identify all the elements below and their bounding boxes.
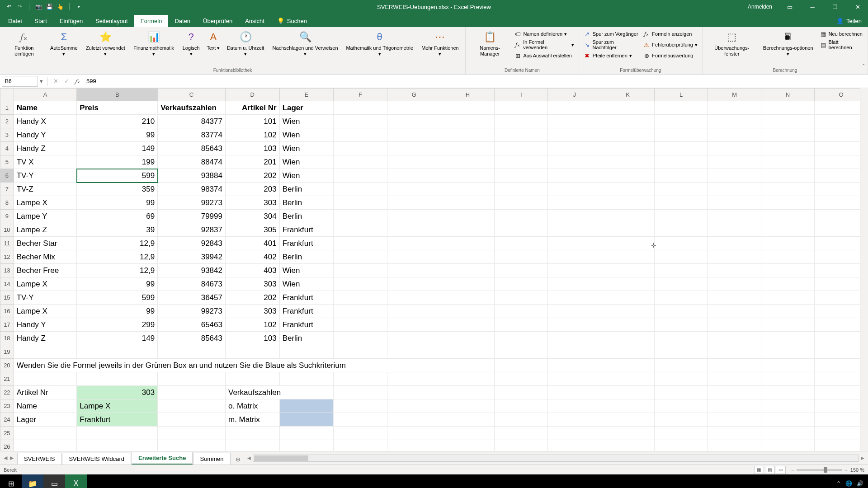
cell[interactable]: 403 [225,264,279,277]
tab-formulas[interactable]: Formeln [134,15,169,27]
cell[interactable]: 149 [77,142,158,155]
cell[interactable]: Becher Mix [14,250,77,264]
name-box[interactable]: B6 [2,76,38,87]
cell[interactable] [279,413,334,427]
cell[interactable]: 39942 [158,250,226,264]
cell[interactable]: Artikel Nr [225,101,279,115]
cell[interactable]: TV-Z [14,183,77,196]
cell[interactable]: 303 [225,277,279,291]
sheet-tab[interactable]: Summen [193,453,230,465]
cell[interactable]: Lampe X [77,399,158,413]
logical-button[interactable]: ?Logisch ▾ [179,29,203,58]
cell[interactable]: 36457 [158,291,226,305]
trace-dependents-button[interactable]: ↘Spur zum Nachfolger [582,40,641,50]
cell[interactable]: 85643 [158,332,226,345]
cell[interactable]: 69 [77,210,158,223]
col-header[interactable]: K [601,89,655,101]
use-in-formula-button[interactable]: 𝑓ₓIn Formel verwenden ▾ [512,40,576,50]
cell[interactable]: 359 [77,183,158,196]
cell[interactable]: 303 [77,386,158,399]
cell[interactable]: 402 [225,250,279,264]
tab-view[interactable]: Ansicht [239,15,271,27]
tab-file[interactable]: Datei [2,15,28,27]
cell[interactable]: TV-Y [14,291,77,305]
cell[interactable]: Berlin [279,210,334,223]
tab-data[interactable]: Daten [168,15,197,27]
row-header[interactable]: 6 [0,169,14,183]
cell[interactable]: 99 [77,277,158,291]
col-header[interactable]: G [387,89,441,101]
cell[interactable]: 149 [77,332,158,345]
col-header[interactable]: I [495,89,548,101]
cell[interactable] [279,399,334,413]
evaluate-formula-button[interactable]: ⊚Formelauswertung [641,51,699,61]
cell[interactable]: 202 [225,291,279,305]
cell[interactable]: Berlin [279,183,334,196]
show-formulas-button[interactable]: 𝑓ₓFormeln anzeigen [641,29,699,39]
maximize-button[interactable]: ☐ [825,0,845,14]
view-page-break-button[interactable]: ▭ [776,466,786,474]
cell[interactable]: 102 [225,128,279,142]
cell[interactable]: Name [14,101,77,115]
row-header[interactable]: 2 [0,115,14,128]
cell[interactable]: Handy X [14,115,77,128]
sheet-nav-prev-icon[interactable]: ◀ [4,455,7,461]
sheet-tab[interactable]: Erweiterte Suche [132,452,193,465]
cell[interactable]: Lager [14,413,77,427]
vertical-scrollbar[interactable] [860,88,868,451]
redo-icon[interactable]: ↷ [16,3,24,10]
col-header[interactable]: N [761,89,815,101]
cell[interactable]: m. Matrix [225,413,279,427]
cell[interactable]: 199 [77,155,158,169]
cell[interactable]: Berlin [279,332,334,345]
enter-formula-icon[interactable]: ✓ [61,76,72,87]
row-header[interactable]: 24 [0,413,14,427]
cell[interactable]: 210 [77,115,158,128]
grid[interactable]: A B C D E F G H I J K L M N O 1 Name Pre… [0,88,868,451]
cell[interactable]: Becher Star [14,237,77,250]
cell[interactable]: Lampe X [14,305,77,318]
cell[interactable]: 92837 [158,223,226,237]
login-button[interactable]: Anmelden [742,4,778,10]
cell[interactable]: 99 [77,305,158,318]
cell[interactable]: 98374 [158,183,226,196]
row-header[interactable]: 3 [0,128,14,142]
cell[interactable]: 299 [77,318,158,332]
cell[interactable]: Frankfurt [77,413,158,427]
datetime-button[interactable]: 🕐Datum u. Uhrzeit ▾ [223,29,268,58]
cell[interactable]: Berlin [279,250,334,264]
tray-network-icon[interactable]: 🌐 [845,480,852,487]
sheet-tab[interactable]: SVERWEIS [17,453,61,465]
autosum-button[interactable]: ΣAutoSumme ▾ [47,29,81,58]
cell[interactable]: Frankfurt [279,318,334,332]
fx-icon[interactable]: 𝑓ₓ [72,76,83,87]
cell[interactable]: 84673 [158,277,226,291]
file-explorer-icon[interactable]: 📁 [22,474,43,488]
zoom-slider[interactable] [797,469,842,471]
row-header[interactable]: 5 [0,155,14,169]
col-header[interactable]: M [708,89,761,101]
cell[interactable]: 102 [225,318,279,332]
cell[interactable]: Frankfurt [279,223,334,237]
cell[interactable]: Frankfurt [279,291,334,305]
tab-review[interactable]: Überprüfen [197,15,239,27]
zoom-out-button[interactable]: − [791,467,794,473]
row-header[interactable]: 16 [0,305,14,318]
cell[interactable]: 201 [225,155,279,169]
cell[interactable]: Lampe X [14,277,77,291]
cell[interactable]: 203 [225,183,279,196]
cell[interactable]: Verkaufszahlen [225,386,333,399]
row-header[interactable]: 11 [0,237,14,250]
share-button[interactable]: 👤 Teilen [830,15,868,27]
ribbon-collapse-icon[interactable]: ⌃ [862,63,865,68]
row-header[interactable]: 10 [0,223,14,237]
save-icon[interactable]: 💾 [46,3,53,10]
cell[interactable]: 93884 [158,169,226,183]
error-check-button[interactable]: ⚠Fehlerüberprüfung ▾ [641,40,699,50]
lookup-button[interactable]: 🔍Nachschlagen und Verweisen ▾ [269,29,342,58]
remove-arrows-button[interactable]: ✖Pfeile entfernen ▾ [582,51,641,61]
row-header[interactable]: 4 [0,142,14,155]
recent-button[interactable]: ⭐Zuletzt verwendet ▾ [82,29,129,58]
cancel-formula-icon[interactable]: ✕ [50,76,61,87]
cell[interactable]: 99273 [158,305,226,318]
